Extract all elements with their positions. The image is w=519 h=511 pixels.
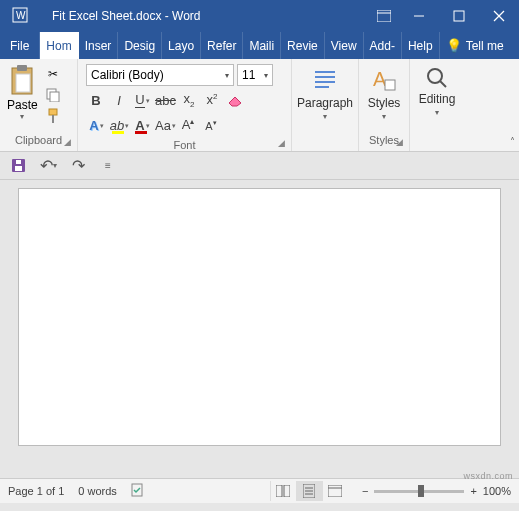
tab-home[interactable]: Hom: [40, 32, 78, 59]
tab-mailings[interactable]: Maili: [243, 32, 281, 59]
svg-rect-25: [15, 166, 22, 171]
text-effects-button[interactable]: A: [86, 115, 106, 135]
web-layout-button[interactable]: [322, 481, 348, 501]
subscript-icon: x2: [183, 91, 194, 109]
grow-font-button[interactable]: A▴: [178, 115, 198, 135]
close-button[interactable]: [479, 0, 519, 32]
minimize-button[interactable]: [399, 0, 439, 32]
chevron-down-icon: ▾: [435, 108, 439, 117]
page-indicator[interactable]: Page 1 of 1: [8, 485, 64, 497]
launcher-icon[interactable]: ◢: [278, 136, 285, 150]
paste-label: Paste: [7, 98, 38, 112]
tab-references[interactable]: Refer: [201, 32, 243, 59]
svg-rect-5: [454, 11, 464, 21]
zoom-value[interactable]: 100%: [483, 485, 511, 497]
group-paragraph: Paragraph ▾: [292, 59, 359, 151]
tab-insert[interactable]: Inser: [79, 32, 119, 59]
zoom-slider[interactable]: [374, 490, 464, 493]
case-icon: Aa: [155, 118, 171, 133]
title-bar: W Fit Excel Sheet.docx - Word: [0, 0, 519, 32]
grow-font-icon: A▴: [182, 117, 195, 132]
italic-button[interactable]: I: [109, 90, 129, 110]
tab-layout[interactable]: Layo: [162, 32, 201, 59]
superscript-button[interactable]: x2: [202, 90, 222, 110]
ribbon-display-icon[interactable]: [369, 10, 399, 22]
svg-rect-21: [385, 80, 395, 90]
copy-icon: [46, 88, 60, 102]
svg-rect-13: [49, 109, 57, 115]
launcher-icon[interactable]: ◢: [396, 135, 403, 149]
word-count[interactable]: 0 words: [78, 485, 117, 497]
save-button[interactable]: [8, 156, 28, 176]
tell-me[interactable]: 💡 Tell me: [440, 32, 510, 59]
quick-access-toolbar: ↶▾ ↷ ≡: [0, 152, 519, 180]
zoom-in-button[interactable]: +: [470, 485, 476, 497]
paste-icon: [8, 64, 36, 98]
zoom-out-button[interactable]: −: [362, 485, 368, 497]
copy-button[interactable]: [43, 86, 63, 104]
tab-addins[interactable]: Add-: [364, 32, 402, 59]
svg-rect-34: [328, 485, 342, 497]
styles-label: Styles: [368, 96, 401, 110]
svg-point-22: [428, 69, 442, 83]
svg-rect-28: [276, 485, 282, 497]
group-clipboard: Paste ▾ ✂ Clipboard◢: [0, 59, 78, 151]
font-size-value: 11: [242, 68, 255, 82]
zoom-controls: − + 100%: [362, 485, 511, 497]
chevron-down-icon: ▾: [20, 112, 24, 121]
styles-button[interactable]: A Styles ▾: [363, 62, 405, 133]
paragraph-label: Paragraph: [297, 96, 353, 110]
status-bar: Page 1 of 1 0 words − + 100%: [0, 478, 519, 503]
redo-button[interactable]: ↷: [68, 156, 88, 176]
ribbon: Paste ▾ ✂ Clipboard◢ Calibri (Body)▾ 11▾…: [0, 59, 519, 152]
slider-thumb[interactable]: [418, 485, 424, 497]
find-icon: [425, 66, 449, 90]
spell-check-icon[interactable]: [131, 483, 145, 499]
font-size-combo[interactable]: 11▾: [237, 64, 273, 86]
tab-review[interactable]: Revie: [281, 32, 325, 59]
tab-file[interactable]: File: [0, 32, 40, 59]
font-name-combo[interactable]: Calibri (Body)▾: [86, 64, 234, 86]
tab-view[interactable]: View: [325, 32, 364, 59]
bulb-icon: 💡: [446, 38, 462, 53]
app-icon: W: [8, 7, 32, 26]
cut-button[interactable]: ✂: [43, 65, 63, 83]
group-font: Calibri (Body)▾ 11▾ B I U abc x2 x2 A ab…: [78, 59, 292, 151]
shrink-font-button[interactable]: A▾: [201, 115, 221, 135]
document-page[interactable]: [18, 188, 501, 446]
font-color-button[interactable]: A: [132, 115, 152, 135]
strike-icon: abc: [155, 93, 176, 108]
strikethrough-button[interactable]: abc: [155, 90, 176, 110]
print-layout-icon: [303, 484, 315, 498]
bold-button[interactable]: B: [86, 90, 106, 110]
customize-qat-button[interactable]: ≡: [98, 156, 118, 176]
italic-icon: I: [117, 93, 121, 108]
chevron-down-icon: ▾: [323, 112, 327, 121]
change-case-button[interactable]: Aa: [155, 115, 175, 135]
chevron-down-icon: ▾: [382, 112, 386, 121]
maximize-button[interactable]: [439, 0, 479, 32]
tab-design[interactable]: Desig: [118, 32, 162, 59]
launcher-icon[interactable]: ◢: [64, 135, 71, 149]
eraser-icon: [227, 93, 243, 107]
print-layout-button[interactable]: [296, 481, 322, 501]
svg-rect-14: [52, 115, 54, 123]
format-painter-button[interactable]: [43, 107, 63, 125]
clear-format-button[interactable]: [225, 90, 245, 110]
paste-button[interactable]: Paste ▾: [4, 62, 41, 133]
svg-rect-9: [17, 65, 27, 71]
underline-button[interactable]: U: [132, 90, 152, 110]
chevron-down-icon: ▾: [225, 71, 229, 80]
paragraph-icon: [311, 66, 339, 94]
collapse-ribbon-icon[interactable]: ˄: [510, 136, 515, 147]
svg-line-23: [440, 81, 446, 87]
undo-button[interactable]: ↶▾: [38, 156, 58, 176]
styles-icon: A: [371, 66, 397, 94]
read-mode-button[interactable]: [270, 481, 296, 501]
read-icon: [276, 485, 290, 497]
editing-button[interactable]: Editing ▾: [414, 62, 460, 133]
tab-help[interactable]: Help: [402, 32, 440, 59]
highlight-button[interactable]: ab: [109, 115, 129, 135]
subscript-button[interactable]: x2: [179, 90, 199, 110]
paragraph-button[interactable]: Paragraph ▾: [296, 62, 354, 133]
